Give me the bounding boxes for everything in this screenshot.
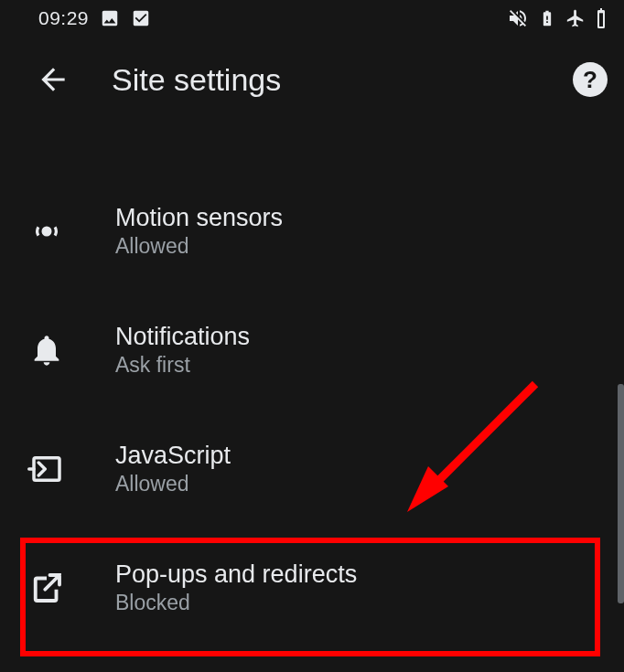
status-bar: 09:29 bbox=[0, 0, 624, 37]
setting-notifications[interactable]: Notifications Ask first bbox=[0, 291, 624, 410]
setting-title: Motion sensors bbox=[115, 204, 283, 232]
checkbox-done-icon bbox=[131, 8, 151, 28]
settings-list: Motion sensors Allowed Notifications Ask… bbox=[0, 123, 624, 647]
setting-subtitle: Allowed bbox=[115, 234, 283, 259]
setting-motion-sensors[interactable]: Motion sensors Allowed bbox=[0, 172, 624, 291]
arrow-back-icon bbox=[36, 62, 70, 97]
setting-text: Notifications Ask first bbox=[115, 323, 250, 378]
app-bar: Site settings ? bbox=[0, 37, 624, 123]
motion-sensor-icon bbox=[24, 208, 70, 254]
setting-text: Pop-ups and redirects Blocked bbox=[115, 560, 357, 615]
status-bar-right bbox=[507, 7, 608, 29]
scrollbar[interactable] bbox=[618, 384, 624, 603]
setting-javascript[interactable]: JavaScript Allowed bbox=[0, 410, 624, 528]
setting-title: Pop-ups and redirects bbox=[115, 560, 357, 589]
help-icon: ? bbox=[583, 66, 597, 94]
status-bar-left: 09:29 bbox=[38, 7, 151, 29]
setting-subtitle: Blocked bbox=[115, 591, 357, 615]
status-time: 09:29 bbox=[38, 7, 89, 29]
setting-subtitle: Ask first bbox=[115, 353, 250, 378]
battery-icon bbox=[595, 8, 608, 28]
setting-subtitle: Allowed bbox=[115, 472, 231, 496]
page-title: Site settings bbox=[112, 62, 536, 98]
bell-icon bbox=[24, 327, 70, 373]
battery-saver-icon bbox=[538, 9, 556, 27]
setting-text: Motion sensors Allowed bbox=[115, 204, 283, 259]
setting-title: JavaScript bbox=[115, 442, 231, 470]
setting-title: Notifications bbox=[115, 323, 250, 351]
photo-icon bbox=[100, 8, 120, 28]
help-button[interactable]: ? bbox=[573, 62, 608, 97]
back-button[interactable] bbox=[31, 58, 75, 101]
setting-popups-redirects[interactable]: Pop-ups and redirects Blocked bbox=[0, 528, 624, 647]
vibrate-off-icon bbox=[507, 7, 529, 29]
airplane-icon bbox=[565, 8, 586, 28]
setting-text: JavaScript Allowed bbox=[115, 442, 231, 496]
javascript-icon bbox=[24, 446, 70, 492]
svg-point-0 bbox=[42, 227, 52, 237]
open-external-icon bbox=[24, 565, 70, 611]
